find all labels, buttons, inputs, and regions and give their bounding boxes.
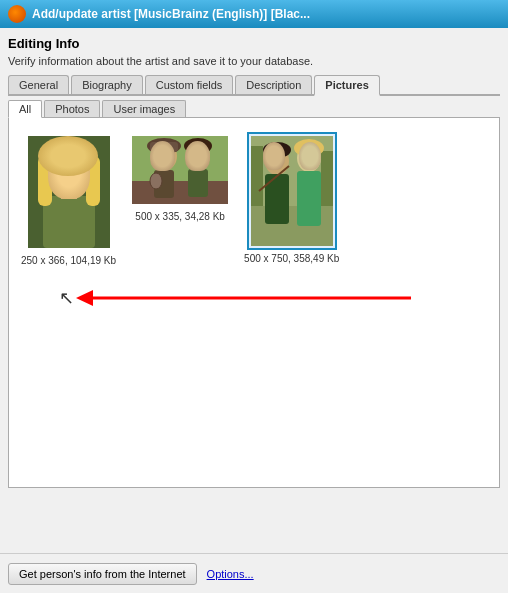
svg-point-15: [150, 173, 162, 189]
svg-marker-36: [76, 290, 93, 306]
tabs-bar: General Biography Custom fields Descript…: [8, 75, 500, 96]
svg-point-8: [73, 169, 79, 176]
svg-rect-21: [251, 146, 263, 206]
svg-point-4: [47, 144, 91, 168]
svg-rect-22: [321, 151, 333, 206]
image-women: [251, 136, 333, 246]
svg-rect-13: [150, 142, 178, 152]
image-two: [132, 136, 228, 204]
sub-tab-photos[interactable]: Photos: [44, 100, 100, 117]
svg-point-17: [184, 138, 212, 154]
img-wrapper-1: [24, 132, 114, 252]
img-caption-3: 500 x 750, 358,49 Kb: [244, 253, 339, 264]
svg-point-33: [311, 155, 315, 160]
pictures-panel: 250 x 366, 104,19 Kb: [8, 118, 500, 488]
bottom-bar: Get person's info from the Internet Opti…: [0, 553, 508, 593]
tab-pictures[interactable]: Pictures: [314, 75, 379, 96]
svg-rect-10: [132, 181, 228, 204]
image-item-1[interactable]: 250 x 366, 104,19 Kb: [21, 132, 116, 266]
img-wrapper-3: [247, 132, 337, 250]
tab-general[interactable]: General: [8, 75, 69, 94]
title-bar-text: Add/update artist [MusicBrainz (English)…: [32, 7, 310, 21]
image-item-3[interactable]: 500 x 750, 358,49 Kb: [244, 132, 339, 264]
app-icon: [8, 5, 26, 23]
options-link[interactable]: Options...: [207, 568, 254, 580]
sub-tabs-bar: All Photos User images: [8, 100, 500, 118]
sub-tab-user-images[interactable]: User images: [102, 100, 186, 117]
svg-rect-25: [265, 174, 289, 224]
main-container: Editing Info Verify information about th…: [0, 28, 508, 553]
sub-tab-all[interactable]: All: [8, 100, 42, 118]
svg-point-32: [303, 155, 307, 160]
get-info-button[interactable]: Get person's info from the Internet: [8, 563, 197, 585]
svg-rect-18: [188, 169, 208, 197]
image-svg-2: [132, 136, 228, 204]
svg-point-16: [186, 142, 210, 170]
img-caption-2: 500 x 335, 34,28 Kb: [135, 211, 225, 222]
img-caption-1: 250 x 366, 104,19 Kb: [21, 255, 116, 266]
svg-point-7: [59, 169, 65, 176]
image-svg-1: [28, 136, 110, 248]
svg-text:↖: ↖: [59, 288, 74, 308]
svg-rect-2: [61, 181, 77, 199]
svg-rect-29: [297, 171, 321, 226]
tab-custom-fields[interactable]: Custom fields: [145, 75, 234, 94]
tab-biography[interactable]: Biography: [71, 75, 143, 94]
editing-info-title: Editing Info: [8, 36, 500, 51]
svg-rect-1: [43, 196, 95, 248]
svg-point-28: [294, 139, 324, 157]
svg-rect-6: [86, 156, 100, 206]
image-svg-3: [251, 136, 333, 246]
image-blonde: [28, 136, 110, 248]
svg-rect-5: [38, 156, 52, 206]
svg-point-30: [271, 158, 275, 163]
editing-info-subtitle: Verify information about the artist and …: [8, 55, 500, 67]
arrow-annotation: ↖: [21, 276, 491, 316]
images-row: 250 x 366, 104,19 Kb: [17, 126, 491, 272]
image-item-2[interactable]: 500 x 335, 34,28 Kb: [128, 132, 232, 222]
svg-point-31: [279, 158, 283, 163]
arrow-svg: ↖: [21, 276, 491, 316]
tab-description[interactable]: Description: [235, 75, 312, 94]
svg-point-24: [263, 142, 291, 158]
svg-point-3: [49, 152, 89, 196]
svg-point-27: [297, 144, 321, 172]
img-wrapper-2: [128, 132, 232, 208]
title-bar: Add/update artist [MusicBrainz (English)…: [0, 0, 508, 28]
